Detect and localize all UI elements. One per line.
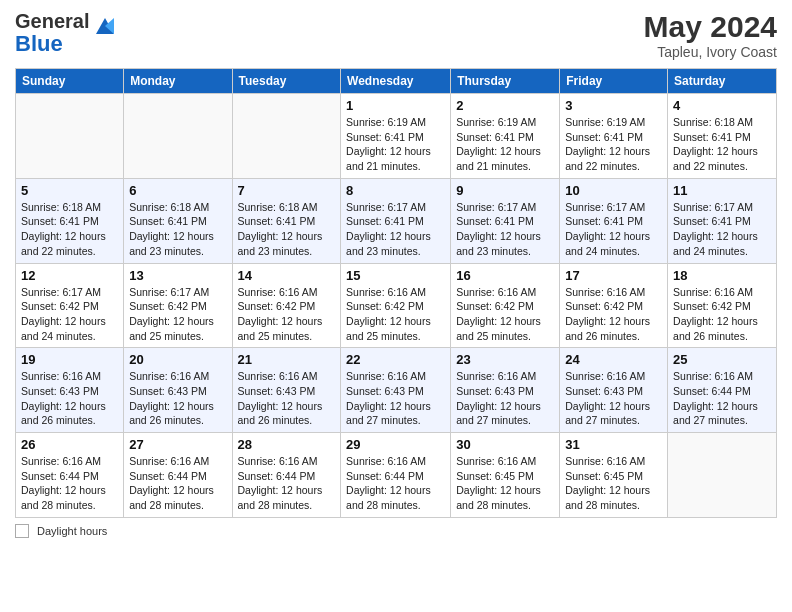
day-info: Sunrise: 6:17 AM Sunset: 6:42 PM Dayligh… xyxy=(21,285,118,344)
calendar-cell: 8Sunrise: 6:17 AM Sunset: 6:41 PM Daylig… xyxy=(341,178,451,263)
day-number: 20 xyxy=(129,352,226,367)
logo: General Blue xyxy=(15,10,118,56)
calendar-cell: 13Sunrise: 6:17 AM Sunset: 6:42 PM Dayli… xyxy=(124,263,232,348)
weekday-monday: Monday xyxy=(124,69,232,94)
day-info: Sunrise: 6:16 AM Sunset: 6:44 PM Dayligh… xyxy=(346,454,445,513)
day-number: 17 xyxy=(565,268,662,283)
weekday-friday: Friday xyxy=(560,69,668,94)
day-number: 10 xyxy=(565,183,662,198)
calendar-cell: 21Sunrise: 6:16 AM Sunset: 6:43 PM Dayli… xyxy=(232,348,341,433)
week-row-2: 5Sunrise: 6:18 AM Sunset: 6:41 PM Daylig… xyxy=(16,178,777,263)
day-number: 9 xyxy=(456,183,554,198)
day-number: 23 xyxy=(456,352,554,367)
day-number: 24 xyxy=(565,352,662,367)
week-row-5: 26Sunrise: 6:16 AM Sunset: 6:44 PM Dayli… xyxy=(16,433,777,518)
calendar-cell xyxy=(668,433,777,518)
day-info: Sunrise: 6:16 AM Sunset: 6:42 PM Dayligh… xyxy=(456,285,554,344)
page: General Blue May 2024 Tapleu, Ivory Coas… xyxy=(0,0,792,612)
day-info: Sunrise: 6:16 AM Sunset: 6:43 PM Dayligh… xyxy=(21,369,118,428)
day-number: 31 xyxy=(565,437,662,452)
day-number: 4 xyxy=(673,98,771,113)
day-info: Sunrise: 6:17 AM Sunset: 6:42 PM Dayligh… xyxy=(129,285,226,344)
weekday-saturday: Saturday xyxy=(668,69,777,94)
day-number: 27 xyxy=(129,437,226,452)
calendar-cell xyxy=(232,94,341,179)
calendar-cell: 15Sunrise: 6:16 AM Sunset: 6:42 PM Dayli… xyxy=(341,263,451,348)
weekday-tuesday: Tuesday xyxy=(232,69,341,94)
calendar-cell xyxy=(124,94,232,179)
calendar-cell: 20Sunrise: 6:16 AM Sunset: 6:43 PM Dayli… xyxy=(124,348,232,433)
calendar-cell: 29Sunrise: 6:16 AM Sunset: 6:44 PM Dayli… xyxy=(341,433,451,518)
weekday-thursday: Thursday xyxy=(451,69,560,94)
daylight-color-box xyxy=(15,524,29,538)
calendar-cell: 16Sunrise: 6:16 AM Sunset: 6:42 PM Dayli… xyxy=(451,263,560,348)
calendar-cell: 6Sunrise: 6:18 AM Sunset: 6:41 PM Daylig… xyxy=(124,178,232,263)
day-number: 18 xyxy=(673,268,771,283)
day-number: 6 xyxy=(129,183,226,198)
calendar-cell: 27Sunrise: 6:16 AM Sunset: 6:44 PM Dayli… xyxy=(124,433,232,518)
weekday-wednesday: Wednesday xyxy=(341,69,451,94)
day-info: Sunrise: 6:16 AM Sunset: 6:44 PM Dayligh… xyxy=(673,369,771,428)
day-number: 30 xyxy=(456,437,554,452)
footer: Daylight hours xyxy=(15,524,777,538)
day-info: Sunrise: 6:16 AM Sunset: 6:43 PM Dayligh… xyxy=(456,369,554,428)
calendar-cell: 9Sunrise: 6:17 AM Sunset: 6:41 PM Daylig… xyxy=(451,178,560,263)
calendar-cell: 5Sunrise: 6:18 AM Sunset: 6:41 PM Daylig… xyxy=(16,178,124,263)
day-info: Sunrise: 6:16 AM Sunset: 6:43 PM Dayligh… xyxy=(346,369,445,428)
logo-blue: Blue xyxy=(15,31,63,56)
day-number: 16 xyxy=(456,268,554,283)
day-number: 25 xyxy=(673,352,771,367)
day-number: 29 xyxy=(346,437,445,452)
day-info: Sunrise: 6:17 AM Sunset: 6:41 PM Dayligh… xyxy=(346,200,445,259)
day-info: Sunrise: 6:16 AM Sunset: 6:42 PM Dayligh… xyxy=(565,285,662,344)
day-info: Sunrise: 6:17 AM Sunset: 6:41 PM Dayligh… xyxy=(673,200,771,259)
calendar-cell: 26Sunrise: 6:16 AM Sunset: 6:44 PM Dayli… xyxy=(16,433,124,518)
calendar: SundayMondayTuesdayWednesdayThursdayFrid… xyxy=(15,68,777,518)
daylight-label: Daylight hours xyxy=(37,525,107,537)
day-number: 1 xyxy=(346,98,445,113)
calendar-cell: 17Sunrise: 6:16 AM Sunset: 6:42 PM Dayli… xyxy=(560,263,668,348)
day-info: Sunrise: 6:16 AM Sunset: 6:45 PM Dayligh… xyxy=(456,454,554,513)
day-info: Sunrise: 6:16 AM Sunset: 6:42 PM Dayligh… xyxy=(238,285,336,344)
calendar-cell: 12Sunrise: 6:17 AM Sunset: 6:42 PM Dayli… xyxy=(16,263,124,348)
day-info: Sunrise: 6:18 AM Sunset: 6:41 PM Dayligh… xyxy=(21,200,118,259)
day-info: Sunrise: 6:16 AM Sunset: 6:44 PM Dayligh… xyxy=(129,454,226,513)
day-number: 26 xyxy=(21,437,118,452)
day-info: Sunrise: 6:16 AM Sunset: 6:44 PM Dayligh… xyxy=(238,454,336,513)
day-info: Sunrise: 6:18 AM Sunset: 6:41 PM Dayligh… xyxy=(238,200,336,259)
day-number: 2 xyxy=(456,98,554,113)
calendar-cell: 28Sunrise: 6:16 AM Sunset: 6:44 PM Dayli… xyxy=(232,433,341,518)
day-info: Sunrise: 6:18 AM Sunset: 6:41 PM Dayligh… xyxy=(129,200,226,259)
location: Tapleu, Ivory Coast xyxy=(644,44,777,60)
day-number: 3 xyxy=(565,98,662,113)
day-info: Sunrise: 6:18 AM Sunset: 6:41 PM Dayligh… xyxy=(673,115,771,174)
calendar-cell xyxy=(16,94,124,179)
logo-icon xyxy=(92,14,118,40)
day-info: Sunrise: 6:16 AM Sunset: 6:42 PM Dayligh… xyxy=(673,285,771,344)
day-number: 14 xyxy=(238,268,336,283)
month-year: May 2024 xyxy=(644,10,777,44)
day-info: Sunrise: 6:16 AM Sunset: 6:42 PM Dayligh… xyxy=(346,285,445,344)
day-info: Sunrise: 6:17 AM Sunset: 6:41 PM Dayligh… xyxy=(565,200,662,259)
day-number: 15 xyxy=(346,268,445,283)
day-info: Sunrise: 6:19 AM Sunset: 6:41 PM Dayligh… xyxy=(565,115,662,174)
day-number: 22 xyxy=(346,352,445,367)
weekday-header-row: SundayMondayTuesdayWednesdayThursdayFrid… xyxy=(16,69,777,94)
title-block: May 2024 Tapleu, Ivory Coast xyxy=(644,10,777,60)
day-info: Sunrise: 6:16 AM Sunset: 6:44 PM Dayligh… xyxy=(21,454,118,513)
calendar-cell: 24Sunrise: 6:16 AM Sunset: 6:43 PM Dayli… xyxy=(560,348,668,433)
calendar-cell: 3Sunrise: 6:19 AM Sunset: 6:41 PM Daylig… xyxy=(560,94,668,179)
day-number: 28 xyxy=(238,437,336,452)
weekday-sunday: Sunday xyxy=(16,69,124,94)
calendar-cell: 10Sunrise: 6:17 AM Sunset: 6:41 PM Dayli… xyxy=(560,178,668,263)
day-info: Sunrise: 6:19 AM Sunset: 6:41 PM Dayligh… xyxy=(346,115,445,174)
calendar-cell: 19Sunrise: 6:16 AM Sunset: 6:43 PM Dayli… xyxy=(16,348,124,433)
day-info: Sunrise: 6:16 AM Sunset: 6:45 PM Dayligh… xyxy=(565,454,662,513)
day-info: Sunrise: 6:16 AM Sunset: 6:43 PM Dayligh… xyxy=(565,369,662,428)
day-number: 13 xyxy=(129,268,226,283)
day-number: 5 xyxy=(21,183,118,198)
day-number: 11 xyxy=(673,183,771,198)
calendar-cell: 30Sunrise: 6:16 AM Sunset: 6:45 PM Dayli… xyxy=(451,433,560,518)
day-info: Sunrise: 6:16 AM Sunset: 6:43 PM Dayligh… xyxy=(129,369,226,428)
calendar-cell: 22Sunrise: 6:16 AM Sunset: 6:43 PM Dayli… xyxy=(341,348,451,433)
